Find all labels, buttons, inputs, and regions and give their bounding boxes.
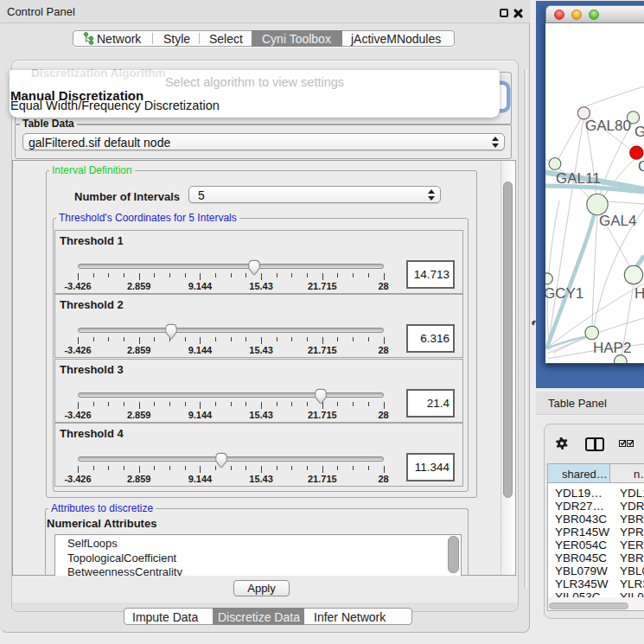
svg-text:H: H: [634, 285, 644, 302]
svg-text:GAL11: GAL11: [556, 170, 601, 187]
svg-text:G.: G.: [634, 124, 644, 140]
svg-text:GCY1: GCY1: [545, 285, 583, 302]
svg-text:GAL4: GAL4: [599, 213, 636, 229]
svg-text:HAP2: HAP2: [593, 340, 631, 356]
svg-text:C: C: [638, 158, 644, 175]
svg-text:GAL80: GAL80: [585, 118, 631, 134]
